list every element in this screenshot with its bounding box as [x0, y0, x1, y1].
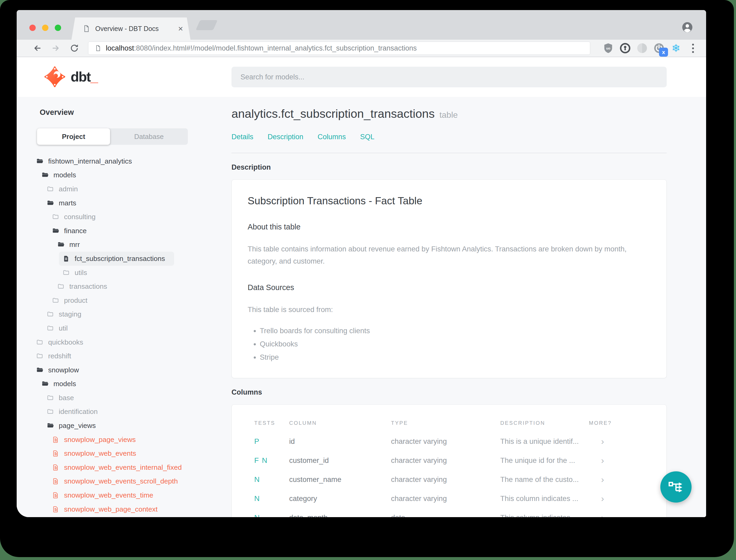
dbt-logo[interactable]: dbt_ — [44, 66, 98, 87]
reload-icon[interactable] — [70, 43, 79, 53]
tree-item-label: utils — [75, 269, 87, 277]
column-header-description: DESCRIPTION — [500, 420, 589, 426]
onepassword-extension-icon[interactable] — [619, 42, 631, 54]
tree-item-transactions[interactable]: transactions — [54, 279, 116, 293]
power-extension-icon[interactable]: x — [653, 42, 665, 54]
new-tab-button[interactable] — [196, 20, 218, 30]
url-path: :8080/index.html#!/model/model.fishtown_… — [134, 44, 417, 52]
tree-item-quickbooks[interactable]: quickbooks — [33, 335, 92, 349]
tree-item-label: models — [53, 380, 76, 388]
expand-row-chevron-icon[interactable]: › — [589, 455, 651, 466]
folder-open-icon — [36, 158, 43, 165]
card-title: Subscription Transactions - Fact Table — [248, 195, 651, 207]
type-cell: character varying — [391, 475, 500, 484]
tree-item-label: snowplow_web_page_context — [64, 505, 158, 513]
expand-row-chevron-icon[interactable]: › — [589, 436, 651, 446]
tree-item-label: snowplow_web_events — [64, 449, 136, 458]
close-window-button[interactable] — [29, 25, 36, 31]
column-row-customer_id[interactable]: F Ncustomer_idcharacter varyingThe uniqu… — [254, 451, 651, 470]
tree-item-utils[interactable]: utils — [59, 266, 96, 280]
model-nav-sql[interactable]: SQL — [360, 133, 374, 141]
tree-item-models[interactable]: models — [38, 168, 85, 182]
folder-icon — [47, 394, 54, 401]
description-cell: This is a unique identif... — [500, 437, 589, 446]
data-sources-intro: This table is sourced from: — [248, 304, 651, 316]
tree-item-base[interactable]: base — [43, 391, 83, 405]
zoom-window-button[interactable] — [55, 25, 61, 31]
browser-profile-avatar[interactable] — [681, 21, 693, 33]
url-host: localhost — [106, 44, 134, 52]
column-row-category[interactable]: Ncategorycharacter varyingThis column in… — [254, 489, 651, 508]
tree-item-label: identification — [59, 408, 98, 416]
tree-item-finance[interactable]: finance — [48, 224, 96, 238]
tree-item-fct_subscription_transactions[interactable]: fct_subscription_transactions — [59, 252, 174, 266]
tree-item-snowplow_web_events_time[interactable]: snowplow_web_events_time — [48, 488, 162, 502]
browser-tab[interactable]: Overview - DBT Docs × — [71, 17, 191, 40]
tree-item-identification[interactable]: identification — [43, 405, 107, 419]
folder-open-icon — [42, 380, 49, 387]
main-content: analytics.fct_subscription_transactionst… — [232, 97, 706, 517]
column-row-id[interactable]: Pidcharacter varyingThis is a unique ide… — [254, 432, 651, 451]
forward-icon[interactable] — [51, 43, 61, 53]
search-input[interactable] — [232, 67, 667, 87]
column-name-cell: customer_name — [289, 475, 391, 484]
type-cell: character varying — [391, 437, 500, 446]
tree-item-snowplow_web_events_internal_fixed[interactable]: snowplow_web_events_internal_fixed — [48, 460, 191, 475]
tree-item-label: transactions — [69, 282, 107, 291]
tree-item-util[interactable]: util — [43, 321, 77, 335]
model-nav-columns[interactable]: Columns — [318, 133, 346, 141]
folder-icon — [63, 269, 70, 276]
column-row-date_month[interactable]: Ndate_monthdateThis column indicates ...… — [254, 508, 651, 517]
tree-item-label: fct_subscription_transactions — [75, 255, 165, 263]
tree-item-models[interactable]: models — [38, 377, 85, 391]
columns-section-heading: Columns — [232, 388, 667, 396]
disabled-extension-icon[interactable] — [636, 42, 648, 54]
tree-item-snowplow_web_events[interactable]: snowplow_web_events — [48, 446, 145, 460]
dbt-logo-icon — [44, 66, 65, 87]
model-file-icon — [52, 492, 59, 499]
expand-row-chevron-icon[interactable]: › — [589, 493, 651, 504]
model-nav-description[interactable]: Description — [268, 133, 304, 141]
tab-close-icon[interactable]: × — [178, 24, 183, 33]
expand-row-chevron-icon[interactable]: › — [589, 512, 651, 517]
tree-item-snowplow[interactable]: snowplow — [33, 363, 88, 377]
snowflake-extension-icon[interactable]: ❄ — [670, 42, 682, 54]
tree-item-label: snowplow_web_events_scroll_depth — [64, 477, 178, 485]
folder-icon — [52, 213, 59, 220]
page-security-icon[interactable] — [95, 45, 102, 52]
folder-open-icon — [42, 171, 49, 179]
tree-item-consulting[interactable]: consulting — [48, 210, 105, 224]
column-row-customer_name[interactable]: Ncustomer_namecharacter varyingThe name … — [254, 470, 651, 489]
tree-item-label: quickbooks — [48, 338, 83, 346]
tree-item-redshift[interactable]: redshift — [33, 349, 80, 363]
sidebar: Overview Project Database fishtown_inter… — [17, 97, 232, 517]
tree-item-product[interactable]: product — [48, 293, 96, 308]
tree-item-admin[interactable]: admin — [43, 182, 87, 196]
tree-item-page_views[interactable]: page_views — [43, 419, 105, 433]
browser-menu-icon[interactable] — [688, 42, 698, 54]
tree-item-fishtown_internal_analytics[interactable]: fishtown_internal_analytics — [33, 154, 141, 168]
model-nav-details[interactable]: Details — [232, 133, 254, 141]
tree-item-marts[interactable]: marts — [43, 196, 85, 210]
tree-item-snowplow_page_views[interactable]: snowplow_page_views — [48, 433, 145, 447]
model-title: analytics.fct_subscription_transactions — [232, 107, 435, 120]
tree-item-staging[interactable]: staging — [43, 308, 90, 322]
url-text: localhost:8080/index.html#!/model/model.… — [106, 44, 417, 52]
tree-item-snowplow_web_page_context[interactable]: snowplow_web_page_context — [48, 502, 167, 516]
data-sources-list: Trello boards for consulting clientsQuic… — [248, 327, 651, 362]
data-source-item: Trello boards for consulting clients — [260, 327, 651, 335]
tree-item-mrr[interactable]: mrr — [54, 238, 89, 252]
lineage-graph-button[interactable] — [660, 471, 692, 503]
minimize-window-button[interactable] — [42, 25, 48, 31]
model-heading: analytics.fct_subscription_transactionst… — [232, 107, 667, 121]
url-bar[interactable]: localhost:8080/index.html#!/model/model.… — [88, 42, 590, 55]
tab-project[interactable]: Project — [37, 128, 110, 145]
expand-row-chevron-icon[interactable]: › — [589, 474, 651, 485]
tab-database[interactable]: Database — [110, 128, 188, 145]
back-icon[interactable] — [33, 43, 42, 53]
tree-item-snowplow_web_events_scroll_depth[interactable]: snowplow_web_events_scroll_depth — [48, 475, 187, 489]
folder-icon — [47, 325, 54, 332]
about-text: This table contains information about re… — [248, 243, 651, 267]
description-cell: This column indicates ... — [500, 494, 589, 503]
ublock-extension-icon[interactable]: uo — [602, 42, 614, 54]
